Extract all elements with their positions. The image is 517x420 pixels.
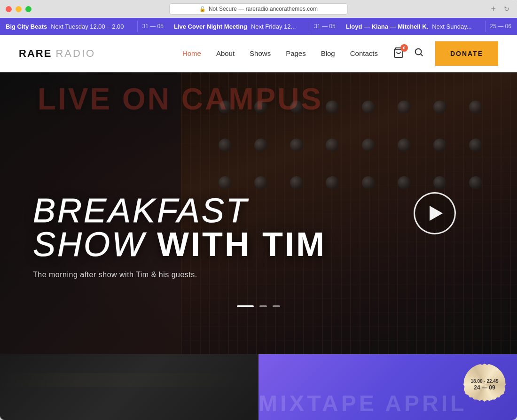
knob (219, 176, 232, 189)
ticker-item-1: Big City Beats Next Tuesday 12.00 – 2.00 (0, 23, 137, 30)
reload-button[interactable]: ↻ (504, 5, 509, 13)
knob (469, 101, 482, 114)
teaser-dark-overlay (0, 354, 258, 420)
ticker-item-3: Lloyd — Kiana — Mitchell K. Next Sunday.… (340, 23, 485, 30)
nav-icons: 0 (393, 47, 424, 60)
slider-dot-2[interactable] (259, 305, 267, 307)
ticker-show-time-2: Next Friday 12... (251, 23, 296, 30)
svg-point-1 (415, 49, 422, 55)
knob (290, 139, 303, 152)
navbar: RARE RADIO Home About Shows Pages Blog C… (0, 35, 517, 72)
play-icon (430, 206, 443, 221)
knob (326, 139, 339, 152)
ticker-divider-1: 31 — 05 (137, 21, 168, 32)
hero-section: LIVE ON CAMPUS BREAKFAST SHOW WITH TIM T… (0, 72, 517, 354)
slider-dots (237, 305, 280, 307)
live-campus-text: LIVE ON CAMPUS (38, 82, 323, 117)
knob (469, 176, 482, 189)
knob (326, 176, 339, 189)
knob (254, 176, 267, 189)
lock-icon: 🔓 (199, 6, 206, 12)
knob (398, 139, 411, 152)
ticker-item-2: Live Cover Night Meeting Next Friday 12.… (168, 23, 309, 30)
ticker-divider-2: 31 — 05 (309, 21, 340, 32)
teaser-purple: 18.00 - 22.45 24 — 09 MIXTAPE APRIL (258, 354, 517, 420)
ticker-show-title-3: Lloyd — Kiana — Mitchell K. (346, 23, 429, 30)
ticker-content: Big City Beats Next Tuesday 12.00 – 2.00… (0, 21, 517, 32)
search-button[interactable] (414, 47, 424, 60)
nav-link-contacts[interactable]: Contacts (350, 49, 378, 57)
address-bar[interactable]: 🔓 Not Secure — rareradio.ancorathemes.co… (169, 3, 348, 15)
slider-dot-3[interactable] (273, 305, 280, 307)
ticker-show-title-2: Live Cover Night Meeting (174, 23, 247, 30)
play-button[interactable] (414, 192, 456, 234)
mac-window: 🔓 Not Secure — rareradio.ancorathemes.co… (0, 0, 517, 420)
nav-links: Home About Shows Pages Blog Contacts (182, 49, 378, 58)
knob (362, 101, 375, 114)
hero-subtitle: The morning after show with Tim & his gu… (33, 271, 326, 279)
slider-dot-1[interactable] (237, 305, 254, 307)
ticker-show-time-1: Next Tuesday 12.00 – 2.00 (51, 23, 124, 30)
logo-part1: RARE (19, 47, 52, 59)
nav-link-shows[interactable]: Shows (250, 49, 271, 57)
close-button[interactable] (6, 6, 12, 12)
hero-title-line1: BREAKFAST (33, 194, 326, 227)
knob (362, 139, 375, 152)
new-tab-button[interactable]: + (491, 5, 496, 13)
knob (326, 101, 339, 114)
ticker-show-time-3: Next Sunday... (432, 23, 471, 30)
knob (469, 139, 482, 152)
knob (398, 176, 411, 189)
cart-badge: 0 (400, 44, 408, 52)
teaser-dark (0, 354, 258, 420)
cart-button[interactable]: 0 (393, 47, 404, 60)
titlebar: 🔓 Not Secure — rareradio.ancorathemes.co… (0, 0, 517, 18)
knob (433, 101, 446, 114)
knob (362, 176, 375, 189)
nav-link-blog[interactable]: Blog (321, 49, 335, 57)
logo[interactable]: RARE RADIO (19, 47, 95, 60)
nav-link-about[interactable]: About (216, 49, 235, 57)
knob (219, 139, 232, 152)
knob (433, 139, 446, 152)
ticker-divider-3: 25 — 06 (485, 21, 516, 32)
donate-button[interactable]: DONATE (435, 41, 498, 66)
logo-part2: RADIO (55, 47, 95, 59)
search-icon (414, 47, 424, 57)
hero-content: BREAKFAST SHOW WITH TIM The morning afte… (33, 194, 326, 279)
nav-link-pages[interactable]: Pages (286, 49, 306, 57)
maximize-button[interactable] (25, 6, 31, 12)
nav-link-home[interactable]: Home (182, 49, 201, 57)
knob (433, 176, 446, 189)
url-text: Not Secure — rareradio.ancorathemes.com (209, 6, 318, 12)
time-badge-line1: 18.00 - 22.45 (471, 378, 499, 384)
hero-title-show: SHOW (33, 226, 157, 263)
ticker-bar: Big City Beats Next Tuesday 12.00 – 2.00… (0, 18, 517, 35)
hero-title-line2: SHOW WITH TIM (33, 227, 326, 261)
knob (290, 176, 303, 189)
minimize-button[interactable] (16, 6, 22, 12)
knob (254, 139, 267, 152)
ticker-show-title-1: Big City Beats (6, 23, 47, 30)
time-badge-line2: 24 — 09 (474, 384, 495, 392)
titlebar-buttons (6, 6, 31, 12)
hero-title-name: WITH TIM (157, 226, 326, 263)
knob (398, 101, 411, 114)
bottom-teasers: 18.00 - 22.45 24 — 09 MIXTAPE APRIL (0, 354, 517, 420)
